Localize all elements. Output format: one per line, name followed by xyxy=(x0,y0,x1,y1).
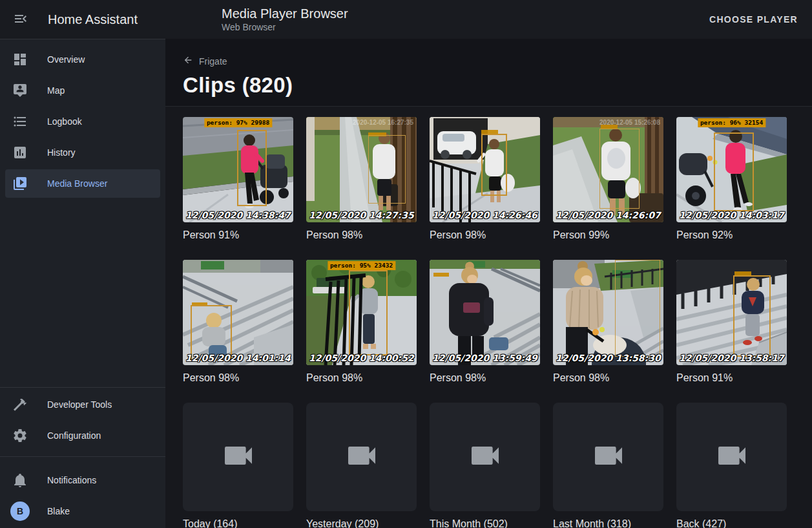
folder-card[interactable] xyxy=(553,403,663,511)
sidebar-item-map[interactable]: Map xyxy=(5,76,160,105)
clip-item: 12/05/2020 14:01:14 Person 98% xyxy=(183,260,293,403)
folder-card[interactable] xyxy=(183,403,293,511)
clip-item: 12/05/2020 13:58:30 Person 98% xyxy=(553,260,663,403)
gear-icon xyxy=(12,428,28,443)
camera-osd-overlay: 2020-12-05 15:26:08 xyxy=(599,119,660,126)
timestamp-overlay: 12/05/2020 14:26:46 xyxy=(432,210,537,220)
hammer-icon xyxy=(12,397,28,412)
sidebar-footer: Notifications B Blake xyxy=(0,456,165,528)
folder-caption: Today (164) xyxy=(183,518,293,528)
clip-caption: Person 91% xyxy=(676,372,787,384)
clip-thumbnail[interactable]: 12/05/2020 14:26:46 xyxy=(430,117,540,222)
play-box-multiple-icon xyxy=(12,176,28,191)
breadcrumb-label: Frigate xyxy=(199,56,227,67)
sidebar-item-media-browser[interactable]: Media Browser xyxy=(5,169,160,198)
breadcrumb[interactable]: Frigate xyxy=(183,55,227,67)
folder-card[interactable] xyxy=(306,403,417,511)
detection-label: person: 97% 29988 xyxy=(204,118,272,127)
main-area: Frigate Clips (820) xyxy=(165,39,812,528)
sidebar-item-label: Notifications xyxy=(47,475,96,485)
clip-caption: Person 98% xyxy=(306,229,417,241)
sidebar-item-overview[interactable]: Overview xyxy=(5,45,160,74)
timestamp-overlay: 12/05/2020 13:58:17 xyxy=(679,353,784,363)
clip-caption: Person 98% xyxy=(430,372,540,384)
timestamp-overlay: 12/05/2020 13:59:49 xyxy=(432,353,537,363)
clip-thumbnail[interactable]: person: 95% 23432 12/05/2020 14:00:52 xyxy=(306,260,417,365)
clip-item: 2020-12-05 15:26:08 12/05/2020 14:26:07 … xyxy=(553,117,663,260)
clip-caption: Person 98% xyxy=(430,229,540,241)
sidebar-item-notifications[interactable]: Notifications xyxy=(5,465,160,496)
folder-caption: Back (427) xyxy=(676,518,787,528)
folder-item: Back (427) xyxy=(676,403,787,528)
media-browser-header: Frigate Clips (820) xyxy=(165,39,812,107)
clip-thumbnail[interactable]: person: 96% 32154 12/05/2020 14:03:17 xyxy=(676,117,787,222)
avatar: B xyxy=(10,502,30,521)
folder-card[interactable] xyxy=(430,403,540,511)
sidebar-item-label: Developer Tools xyxy=(47,399,112,410)
clip-thumbnail[interactable]: 12/05/2020 14:01:14 xyxy=(183,260,293,365)
menu-open-icon xyxy=(13,11,28,28)
clip-thumbnail[interactable]: 12/05/2020 13:58:17 xyxy=(676,260,787,365)
sidebar-toggle-button[interactable] xyxy=(5,4,36,35)
camera-osd-overlay: 2020-12-05 16:27:35 xyxy=(353,119,413,126)
app-layout: Overview Map Logbook History Media Brows… xyxy=(0,0,812,528)
video-icon xyxy=(344,438,380,476)
clip-item: 12/05/2020 13:58:17 Person 91% xyxy=(676,260,787,403)
tooltip-account-icon xyxy=(12,83,28,98)
app-bar: Home Assistant Media Player Browser Web … xyxy=(0,0,812,39)
clip-thumbnail[interactable]: 12/05/2020 13:59:49 xyxy=(430,260,540,365)
video-icon xyxy=(220,438,256,476)
clip-thumbnail[interactable]: 2020-12-05 16:27:35 12/05/2020 14:27:35 xyxy=(306,117,417,222)
profile-name: Blake xyxy=(47,506,70,516)
folder-item: This Month (502) xyxy=(430,403,540,528)
timestamp-overlay: 12/05/2020 13:58:30 xyxy=(556,353,661,363)
clip-thumbnail[interactable]: person: 97% 29988 12/05/2020 14:38:47 xyxy=(183,117,293,222)
timestamp-overlay: 12/05/2020 14:27:35 xyxy=(309,210,414,220)
sidebar-item-label: Overview xyxy=(47,54,85,65)
clip-caption: Person 99% xyxy=(553,229,663,241)
folder-item: Yesterday (209) xyxy=(306,403,417,528)
sidebar-bottom-nav: Developer Tools Configuration Notificati… xyxy=(0,387,165,528)
page-title: Clips (820) xyxy=(183,73,812,98)
folder-item: Today (164) xyxy=(183,403,293,528)
sidebar-item-label: Configuration xyxy=(47,430,101,441)
folder-caption: This Month (502) xyxy=(430,518,540,528)
sidebar-item-developer-tools[interactable]: Developer Tools xyxy=(5,389,160,420)
sidebar: Overview Map Logbook History Media Brows… xyxy=(0,39,165,528)
chart-box-icon xyxy=(12,145,28,160)
sidebar-item-configuration[interactable]: Configuration xyxy=(5,420,160,451)
sidebar-item-history[interactable]: History xyxy=(5,138,160,167)
detection-label: person: 96% 32154 xyxy=(698,118,765,127)
clip-thumbnail[interactable]: 12/05/2020 13:58:30 xyxy=(553,260,663,365)
folder-caption: Yesterday (209) xyxy=(306,518,417,528)
clip-caption: Person 91% xyxy=(183,229,293,241)
clip-item: 2020-12-05 16:27:35 12/05/2020 14:27:35 … xyxy=(306,117,417,260)
detection-bbox xyxy=(237,130,267,206)
clip-item: 12/05/2020 14:26:46 Person 98% xyxy=(430,117,540,260)
app-title: Home Assistant xyxy=(48,12,138,27)
bell-icon xyxy=(12,472,28,488)
view-dashboard-icon xyxy=(12,52,28,67)
clip-item: person: 95% 23432 12/05/2020 14:00:52 Pe… xyxy=(306,260,417,403)
folder-card[interactable] xyxy=(676,403,787,511)
clip-thumbnail[interactable]: 2020-12-05 15:26:08 12/05/2020 14:26:07 xyxy=(553,117,663,222)
sidebar-item-profile[interactable]: B Blake xyxy=(5,496,160,527)
choose-player-button[interactable]: CHOOSE PLAYER xyxy=(709,14,798,25)
detection-bbox xyxy=(481,134,507,196)
clip-item: 12/05/2020 13:59:49 Person 98% xyxy=(430,260,540,403)
detection-bbox xyxy=(599,129,640,209)
folder-item: Last Month (318) xyxy=(553,403,663,528)
video-icon xyxy=(467,438,503,476)
clip-caption: Person 98% xyxy=(553,372,663,384)
sidebar-item-label: Media Browser xyxy=(47,178,107,189)
sidebar-nav: Overview Map Logbook History Media Brows… xyxy=(0,39,165,200)
sidebar-item-logbook[interactable]: Logbook xyxy=(5,107,160,136)
timestamp-overlay: 12/05/2020 14:26:07 xyxy=(556,210,661,220)
clip-item: person: 96% 32154 12/05/2020 14:03:17 Pe… xyxy=(676,117,787,260)
sidebar-item-label: History xyxy=(47,147,76,158)
format-list-bulleted-icon xyxy=(12,114,28,129)
sidebar-item-label: Logbook xyxy=(47,116,82,127)
timestamp-overlay: 12/05/2020 14:01:14 xyxy=(185,353,291,363)
folder-caption: Last Month (318) xyxy=(553,518,663,528)
timestamp-overlay: 12/05/2020 14:03:17 xyxy=(679,210,784,220)
